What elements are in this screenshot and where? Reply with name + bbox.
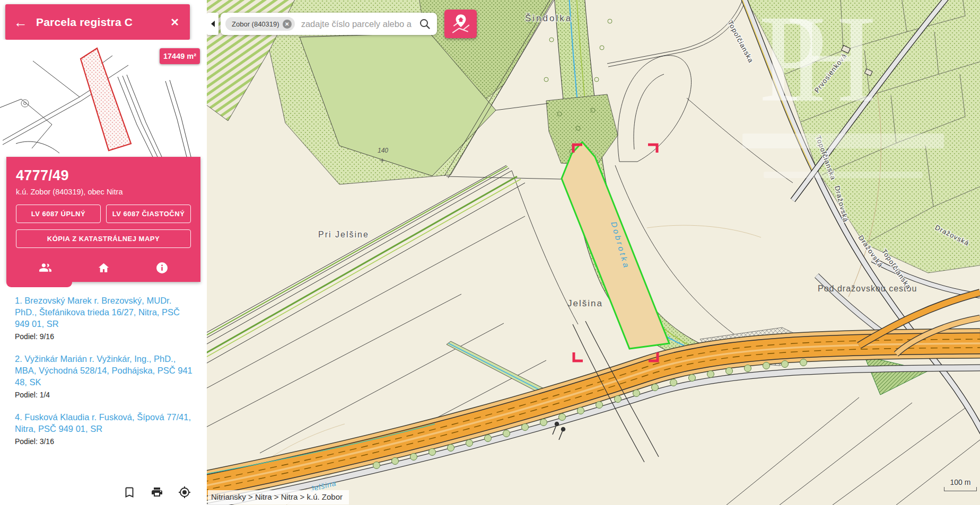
label-field-140: 140 [378,147,388,154]
label-pri-jelsine: Pri Jelšine [318,230,369,239]
close-icon[interactable]: ✕ [168,14,181,31]
tab-home[interactable] [74,255,133,280]
active-tab-indicator [6,282,72,287]
chevron-left-icon [209,20,216,28]
tab-info[interactable] [133,255,191,280]
print-icon[interactable] [151,486,163,499]
scale-bracket [944,487,977,491]
owner-list: 1. Brezovský Marek r. Brezovský, MUDr. P… [0,290,207,472]
people-icon [39,261,52,274]
lv-full-button[interactable]: LV 6087 ÚPLNÝ [16,205,101,223]
breadcrumb[interactable]: Nitriansky > Nitra > Nitra > k.ú. Zobor [208,490,349,504]
owner-name-link[interactable]: 4. Fusková Klaudia r. Fusková, Šípová 77… [15,411,193,435]
search-row: Zobor (840319) ✕ [207,13,477,38]
sidebar-collapse-button[interactable] [207,13,218,35]
minimap-selected-parcel [81,48,131,150]
back-arrow-icon[interactable]: ← [14,15,32,29]
parcel-sidebar: ← Parcela registra C ✕ [0,0,207,505]
locate-icon[interactable] [178,486,191,499]
label-jelsina: Jelšina [567,298,603,308]
owner-share: Podiel: 1/4 [15,391,193,399]
parcel-info-panel: 4777/49 k.ú. Zobor (840319), obec Nitra … [6,157,200,282]
owner-item: 4. Fusková Klaudia r. Fusková, Šípová 77… [15,411,193,446]
owner-name-link[interactable]: 2. Vyžinkár Marián r. Vyžinkár, Ing., Ph… [15,353,193,388]
lv-partial-button[interactable]: LV 6087 ČIASTOČNÝ [106,205,191,223]
search-icon[interactable] [419,18,431,30]
map-canvas[interactable]: Šindolka Pri Jelšine Jelšina Pod dražovs… [207,0,980,505]
search-bar[interactable]: Zobor (840319) ✕ [221,13,437,35]
panel-tabs [16,255,191,280]
parcel-area-badge: 17449 m² [160,48,200,64]
info-icon [155,261,169,274]
sidebar-header: ← Parcela registra C ✕ [5,4,190,40]
owner-share: Podiel: 3/16 [15,437,193,446]
map-pin-icon [451,13,471,35]
cadastre-app: ← Parcela registra C ✕ [0,0,980,505]
parcel-location: k.ú. Zobor (840319), obec Nitra [16,188,191,196]
map-view[interactable]: Šindolka Pri Jelšine Jelšina Pod dražovs… [207,0,980,505]
tab-owners[interactable] [16,255,74,280]
sidebar-toolbar [123,486,191,499]
owner-share: Podiel: 9/16 [15,332,193,341]
cadastral-map-copy-button[interactable]: KÓPIA Z KATASTRÁLNEJ MAPY [16,229,191,248]
label-pod-drazovskou: Pod dražovskou cestou [818,284,917,293]
owner-item: 2. Vyžinkár Marián r. Vyžinkár, Ing., Ph… [15,353,193,399]
parcel-number: 4777/49 [16,167,191,184]
owner-item: 1. Brezovský Marek r. Brezovský, MUDr. P… [15,295,193,341]
home-icon [97,261,110,274]
sidebar-title: Parcela registra C [32,16,168,29]
bookmark-icon[interactable] [123,486,136,499]
search-input[interactable] [300,19,419,30]
label-sindolka: Šindolka [525,13,572,23]
scale-label: 100 m [944,478,977,486]
chip-label: Zobor (840319) [232,20,279,28]
owner-name-link[interactable]: 1. Brezovský Marek r. Brezovský, MUDr. P… [15,295,193,330]
search-filter-chip[interactable]: Zobor (840319) ✕ [225,17,295,31]
chip-remove-icon[interactable]: ✕ [283,20,292,29]
map-mode-button[interactable] [444,10,477,38]
scale-bar: 100 m [944,478,977,491]
parcel-minimap: 17449 m² [0,40,207,157]
